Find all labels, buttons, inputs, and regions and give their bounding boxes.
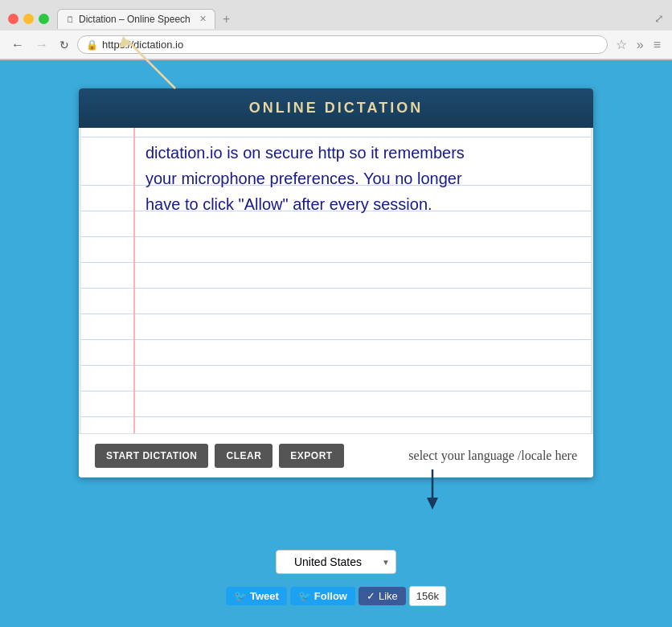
lang-annotation-text: select your language /locale here bbox=[408, 449, 577, 462]
like-label: Like bbox=[379, 590, 398, 602]
tab-title: Dictation – Online Speech bbox=[79, 14, 191, 25]
browser-titlebar: 🗒 Dictation – Online Speech ✕ + ⤢ bbox=[0, 0, 672, 31]
new-tab-button[interactable]: + bbox=[215, 10, 238, 29]
browser-tab[interactable]: 🗒 Dictation – Online Speech ✕ bbox=[57, 9, 215, 29]
like-button[interactable]: ✓ Like bbox=[359, 587, 406, 605]
back-button[interactable]: ← bbox=[8, 36, 27, 54]
minimize-button[interactable] bbox=[23, 14, 34, 24]
main-card: ONLINE DICTATION dictation.io is on secu… bbox=[79, 88, 593, 477]
expand-button[interactable]: ⤢ bbox=[654, 12, 664, 25]
forward-button[interactable]: → bbox=[32, 36, 51, 54]
social-bar: 🐦 Tweet 🐦 Follow ✓ Like 156k bbox=[79, 586, 593, 606]
tab-close-icon[interactable]: ✕ bbox=[199, 14, 207, 24]
maximize-button[interactable] bbox=[39, 14, 49, 24]
twitter-icon-follow: 🐦 bbox=[298, 590, 311, 602]
follow-button[interactable]: 🐦 Follow bbox=[290, 587, 355, 605]
clear-button[interactable]: CLEAR bbox=[215, 444, 272, 468]
buttons-bar: START DICTATION CLEAR EXPORT select your… bbox=[79, 433, 593, 477]
menu-button[interactable]: ≡ bbox=[650, 36, 664, 54]
tab-page-icon: 🗒 bbox=[66, 14, 75, 24]
check-icon: ✓ bbox=[367, 590, 375, 602]
export-button[interactable]: EXPORT bbox=[279, 444, 343, 468]
browser-toolbar: ← → ↻ 🔒 https://dictation.io ☆ » ≡ bbox=[0, 31, 672, 59]
arrow-svg bbox=[103, 32, 199, 96]
tab-bar: 🗒 Dictation – Online Speech ✕ + bbox=[57, 9, 654, 29]
toolbar-right: ☆ » ≡ bbox=[613, 35, 664, 54]
twitter-icon-tweet: 🐦 bbox=[234, 590, 247, 602]
svg-marker-1 bbox=[427, 498, 438, 510]
browser-chrome: 🗒 Dictation – Online Speech ✕ + ⤢ ← → ↻ … bbox=[0, 0, 672, 60]
lock-icon: 🔒 bbox=[86, 39, 98, 51]
bookmark-button[interactable]: ☆ bbox=[613, 35, 630, 54]
notepad-text: dictation.io is on secure http so it rem… bbox=[145, 140, 483, 217]
language-select[interactable]: United States United Kingdom Australia C… bbox=[276, 550, 396, 574]
refresh-button[interactable]: ↻ bbox=[56, 37, 72, 53]
extensions-button[interactable]: » bbox=[633, 36, 647, 54]
tweet-label: Tweet bbox=[250, 590, 279, 602]
card-header-title: ONLINE DICTATION bbox=[249, 100, 423, 116]
language-select-wrapper: United States United Kingdom Australia C… bbox=[276, 550, 396, 574]
page-content: ONLINE DICTATION dictation.io is on secu… bbox=[0, 60, 672, 622]
notepad-content[interactable]: dictation.io is on secure http so it rem… bbox=[81, 128, 591, 433]
down-arrow-container bbox=[79, 490, 593, 514]
follow-label: Follow bbox=[314, 590, 347, 602]
language-select-container: United States United Kingdom Australia C… bbox=[79, 550, 593, 574]
notepad-area: dictation.io is on secure http so it rem… bbox=[79, 128, 593, 433]
like-count: 156k bbox=[409, 586, 446, 606]
down-arrow-svg bbox=[412, 469, 453, 514]
window-controls bbox=[8, 14, 49, 24]
start-dictation-button[interactable]: START DICTATION bbox=[95, 444, 208, 468]
close-button[interactable] bbox=[8, 14, 18, 24]
lang-annotation: select your language /locale here bbox=[408, 449, 577, 463]
tweet-button[interactable]: 🐦 Tweet bbox=[226, 587, 287, 605]
